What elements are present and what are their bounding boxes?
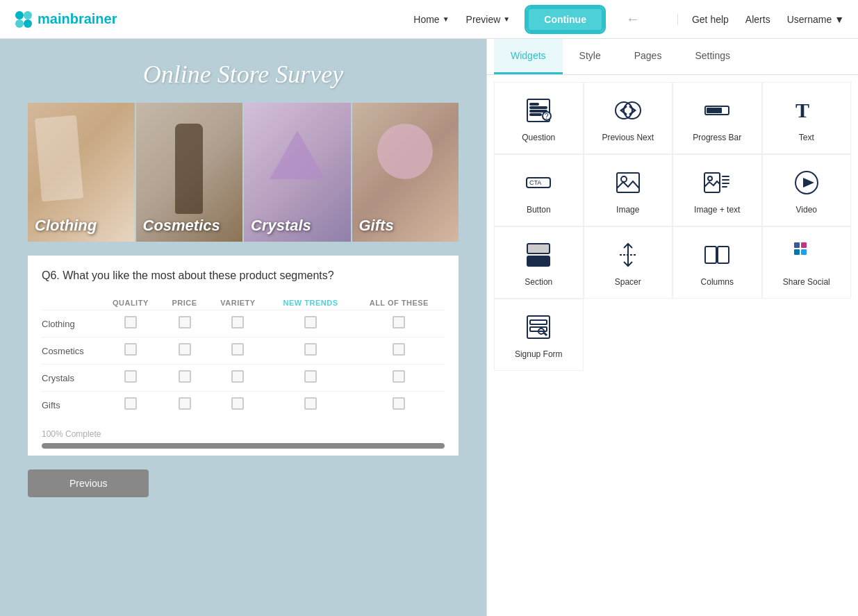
checkbox[interactable] <box>179 397 191 410</box>
checkbox[interactable] <box>124 370 137 383</box>
svg-text:CTA: CTA <box>529 179 541 186</box>
col-variety: VARIETY <box>208 296 267 310</box>
svg-marker-27 <box>803 178 814 188</box>
get-help-link[interactable]: Get help <box>692 14 729 25</box>
row-label: Clothing <box>42 310 100 338</box>
progress-label: 100% Complete <box>42 429 445 439</box>
checkbox[interactable] <box>179 316 191 328</box>
checkbox[interactable] <box>393 370 405 383</box>
previous-button[interactable]: Previous <box>28 469 149 497</box>
col-new-trends: NEW TRENDS <box>267 296 353 310</box>
image-cell-cosmetics: Cosmetics <box>136 103 243 242</box>
svg-rect-7 <box>530 110 547 112</box>
image-text-icon <box>700 166 734 199</box>
svg-rect-23 <box>722 179 729 181</box>
section-icon <box>522 238 555 272</box>
image-label-cosmetics: Cosmetics <box>143 217 220 235</box>
logo-text: mainbrainer <box>38 11 117 27</box>
progress-bar-icon <box>700 94 734 127</box>
checkbox[interactable] <box>304 343 317 356</box>
checkbox[interactable] <box>393 397 405 410</box>
widget-item-text[interactable]: T Text <box>762 82 852 154</box>
image-label-clothing: Clothing <box>35 217 97 235</box>
nav-right: Get help Alerts Username ▼ <box>677 14 844 25</box>
columns-icon <box>700 238 734 272</box>
checkbox[interactable] <box>124 316 137 328</box>
table-row: Clothing <box>42 310 445 338</box>
progress-bar-fill <box>42 443 445 449</box>
checkbox[interactable] <box>393 343 405 356</box>
checkbox[interactable] <box>231 316 244 328</box>
svg-rect-35 <box>801 242 807 248</box>
widget-item-video[interactable]: Video <box>762 154 852 226</box>
widget-item-share-social[interactable]: Share Social <box>762 226 852 299</box>
nav-buttons: Previous <box>28 469 459 497</box>
widget-item-columns[interactable]: Columns <box>673 226 762 299</box>
row-label: Gifts <box>42 392 100 419</box>
svg-rect-32 <box>705 247 716 263</box>
checkbox[interactable] <box>304 370 317 383</box>
image-cell-clothing: Clothing <box>28 103 135 242</box>
nav-preview[interactable]: Preview ▼ <box>466 14 511 25</box>
checkbox[interactable] <box>124 343 137 356</box>
checkbox[interactable] <box>231 397 244 410</box>
widget-item-signup-form[interactable]: Signup Form <box>494 299 584 371</box>
checkbox[interactable] <box>231 343 244 356</box>
nav-home[interactable]: Home ▼ <box>413 14 449 25</box>
widget-label-question: Question <box>522 133 555 142</box>
widgets-tabs: Widgets Style Pages Settings <box>487 39 858 75</box>
widget-item-image-text[interactable]: Image + text <box>673 154 762 226</box>
widget-item-button[interactable]: CTA Button <box>494 154 584 226</box>
svg-rect-29 <box>527 256 550 266</box>
logo-icon <box>14 10 33 29</box>
tab-style[interactable]: Style <box>563 39 618 74</box>
svg-rect-24 <box>722 183 729 184</box>
continue-button[interactable]: Continue <box>527 7 604 32</box>
checkbox[interactable] <box>179 370 191 383</box>
widget-label-columns: Columns <box>701 277 734 287</box>
svg-point-21 <box>708 176 712 181</box>
video-icon <box>790 166 823 199</box>
widget-label-section: Section <box>525 277 552 287</box>
widget-label-image-text: Image + text <box>694 205 740 215</box>
svg-rect-25 <box>722 186 727 188</box>
svg-rect-28 <box>527 244 550 253</box>
widget-item-image[interactable]: Image <box>584 154 673 226</box>
checkbox[interactable] <box>393 316 405 328</box>
widgets-panel: Widgets Style Pages Settings ? Question … <box>486 39 858 616</box>
nav-arrow-indicator: ← <box>626 11 640 27</box>
checkbox[interactable] <box>179 343 191 356</box>
survey-panel: Online Store Survey Clothing Cosmetics C… <box>0 39 486 616</box>
checkbox[interactable] <box>124 397 137 410</box>
svg-point-0 <box>15 11 24 19</box>
svg-line-41 <box>544 333 547 335</box>
row-label: Crystals <box>42 365 100 392</box>
checkbox[interactable] <box>231 370 244 383</box>
signup-form-icon <box>522 310 555 344</box>
tab-pages[interactable]: Pages <box>618 39 679 74</box>
username-dropdown[interactable]: Username ▼ <box>787 14 844 25</box>
svg-rect-22 <box>722 176 729 177</box>
widget-item-progress-bar[interactable]: Progress Bar <box>673 82 762 154</box>
matrix-table: QUALITY PRICE VARIETY NEW TRENDS ALL OF … <box>42 296 445 418</box>
widget-item-spacer[interactable]: Spacer <box>584 226 673 299</box>
col-quality: QUALITY <box>100 296 161 310</box>
alerts-link[interactable]: Alerts <box>745 14 770 25</box>
tab-settings[interactable]: Settings <box>678 39 747 74</box>
survey-header: Online Store Survey <box>0 39 486 103</box>
spacer-icon <box>611 238 645 272</box>
widget-item-previous-next[interactable]: Previous Next <box>584 82 673 154</box>
widget-item-question[interactable]: ? Question <box>494 82 584 154</box>
svg-rect-37 <box>801 249 807 255</box>
logo: mainbrainer <box>14 10 117 29</box>
checkbox[interactable] <box>304 397 317 410</box>
col-all-these: ALL OF THESE <box>354 296 445 310</box>
checkbox[interactable] <box>304 316 317 328</box>
widget-item-section[interactable]: Section <box>494 226 584 299</box>
image-cell-gifts: Gifts <box>352 103 459 242</box>
table-row: Cosmetics <box>42 338 445 365</box>
svg-rect-34 <box>794 242 800 248</box>
tab-widgets[interactable]: Widgets <box>494 39 563 74</box>
svg-point-2 <box>15 19 24 28</box>
nav-links: Home ▼ Preview ▼ Continue ← <box>413 7 640 32</box>
